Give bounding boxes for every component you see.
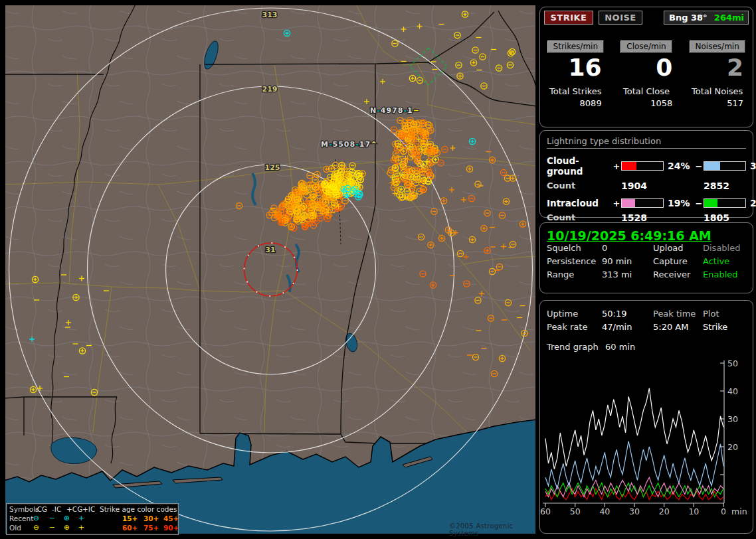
uptime-label: Uptime [547, 309, 578, 319]
bearing-indicator: Bng 38° 264mi [664, 11, 749, 25]
lake-pontchartrain [51, 437, 97, 464]
datetime-display: 10/19/2025 6:49:16 AM [547, 228, 746, 243]
range-value: 313 mi [602, 270, 632, 279]
storm-cell-label: N-4978-1− [370, 106, 420, 115]
svg-text:min: min [731, 506, 747, 516]
legend-symbol-minus: − [49, 513, 55, 522]
peak-time-label: Peak time [653, 309, 696, 319]
noises-per-min-value: 2 [682, 54, 753, 81]
svg-text:40: 40 [727, 386, 738, 396]
persistence-capture-row: Persistence 90 min Capture Active [540, 256, 753, 270]
plus-sign: + [612, 161, 621, 171]
ic-neg-bar [704, 198, 746, 208]
legend-symbol-plus: + [78, 513, 84, 522]
legend-symbol-ominus: ⊖ [33, 513, 39, 522]
uptime-row: Uptime 50:19 Peak time Plot [540, 309, 753, 322]
range-ring-label: 313 [262, 11, 278, 19]
svg-text:10: 10 [688, 506, 699, 516]
close-per-min-value: 0 [611, 54, 682, 81]
total-noises-label: Total Noises [682, 86, 753, 96]
map-legend: Symbols -CG -IC +CG +IC Strike age color… [6, 503, 179, 535]
squelch-upload-row: Squelch 0 Upload Disabled [540, 243, 753, 256]
cg-neg-pct: 35% [746, 161, 756, 171]
trend-series [545, 441, 723, 489]
trend-graph: 504030206050403020100min [540, 356, 753, 532]
intracloud-label: Intracloud [547, 198, 612, 208]
close-rate-column: Close/min 0 Total Close 1058 [611, 40, 682, 108]
plus-sign: + [612, 198, 621, 208]
noise-mode-button[interactable]: NOISE [599, 11, 642, 25]
range-ring-label: 31 [265, 246, 275, 254]
legend-col-ic-pos: +IC [82, 504, 95, 514]
svg-text:30: 30 [727, 414, 738, 424]
svg-text:20: 20 [659, 506, 670, 516]
cg-pos-pct: 24% [664, 161, 694, 171]
svg-text:20: 20 [727, 442, 738, 452]
total-strikes-label: Total Strikes [540, 86, 611, 96]
ic-pos-pct: 19% [664, 198, 694, 208]
ic-count-row: Count 1528 1805 [547, 212, 753, 223]
total-close-label: Total Close [611, 86, 682, 96]
plot-type-value: Strike [703, 322, 727, 332]
peak-rate-row: Peak rate 47/min 5:20 AM Strike [540, 322, 753, 335]
range-label: Range [547, 270, 574, 279]
legend-row-old: Old [9, 523, 21, 532]
ic-neg-pct: 22% [746, 198, 756, 208]
svg-text:30: 30 [629, 506, 640, 516]
peak-time-value: 5:20 AM [653, 322, 688, 332]
peak-rate-value: 47/min [602, 322, 632, 332]
strike-mode-button[interactable]: STRIKE [544, 11, 593, 25]
upload-label: Upload [653, 243, 684, 253]
legend-symbol-minus: − [49, 522, 55, 532]
plot-label: Plot [703, 309, 719, 319]
cg-pos-bar [621, 161, 664, 171]
cloud-ground-row: Cloud-ground + 24% − 35% [547, 155, 753, 177]
persistence-label: Persistence [547, 256, 596, 266]
cg-pos-count: 1904 [612, 181, 694, 191]
total-close-value: 1058 [611, 98, 682, 108]
noises-rate-column: Noises/min 2 Total Noises 517 [682, 40, 753, 108]
ic-neg-count: 1805 [694, 212, 756, 223]
total-noises-value: 517 [682, 98, 753, 108]
legend-col-ic-neg: -IC [52, 504, 61, 514]
legend-symbol-oplus: ⊕ [64, 522, 70, 532]
legend-symbol-oplus: ⊕ [64, 513, 70, 522]
range-ring-label: 219 [262, 85, 278, 94]
storm-cell-label: M-5508-17^ [321, 140, 377, 149]
rate-columns: Strikes/min 16 Total Strikes 8089 Close/… [540, 40, 753, 108]
strike-age-code: 75+ [143, 523, 159, 532]
cloud-ground-label: Cloud-ground [547, 155, 612, 177]
lightning-tracker-app: { "window": { "copyright": "©2005 Astrog… [0, 0, 756, 539]
trend-graph-row: Trend graph 60 min [540, 342, 753, 355]
ic-pos-count: 1528 [612, 212, 694, 223]
trend-section: Uptime 50:19 Peak time Plot Peak rate 47… [539, 300, 753, 534]
legend-col-cg-pos: +CG [66, 504, 82, 514]
peak-rate-label: Peak rate [547, 322, 587, 332]
strikes-rate-column: Strikes/min 16 Total Strikes 8089 [540, 40, 611, 108]
range-ring-label: 125 [265, 163, 280, 172]
total-strikes-value: 8089 [540, 98, 611, 108]
copyright-text: ©2005 Astrogenic Systems [449, 522, 535, 537]
range-receiver-row: Range 313 mi Receiver Enabled [540, 270, 753, 283]
minus-sign: − [694, 198, 704, 208]
bearing-range: 264mi [714, 11, 744, 24]
strike-age-code: 15+ [122, 514, 138, 523]
capture-label: Capture [653, 256, 688, 266]
trend-series [545, 388, 723, 469]
lightning-map[interactable]: 31321912531N-4978-1−M-5508-17^ ©2005 Ast… [5, 5, 535, 534]
map-canvas: 31321912531N-4978-1−M-5508-17^ [5, 5, 535, 534]
svg-text:50: 50 [727, 358, 738, 368]
trend-series [545, 483, 723, 497]
strike-stats-section: STRIKE NOISE Bng 38° 264mi Strikes/min 1… [539, 7, 753, 127]
capture-status: Active [703, 256, 729, 266]
svg-text:50: 50 [570, 506, 581, 516]
svg-text:40: 40 [599, 506, 610, 516]
strikes-per-min-chip: Strikes/min [547, 40, 604, 53]
receiver-status: Enabled [703, 270, 738, 279]
cg-neg-count: 2852 [694, 181, 756, 191]
status-section: 10/19/2025 6:49:16 AM Squelch 0 Upload D… [539, 222, 753, 293]
cg-neg-bar [704, 161, 746, 171]
legend-row-recent: Recent [9, 514, 33, 523]
distribution-title: Lightning type distribution [547, 136, 746, 149]
strike-age-code: 30+ [143, 514, 159, 523]
